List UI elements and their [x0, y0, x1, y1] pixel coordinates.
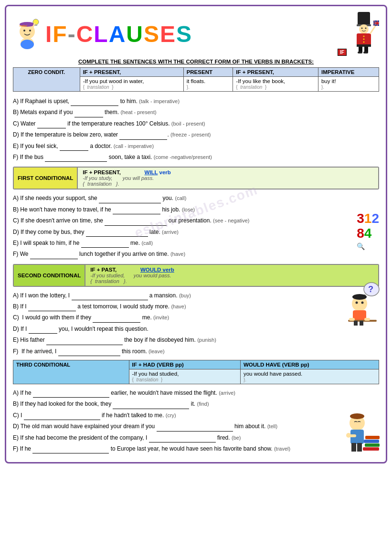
- blank[interactable]: [93, 316, 140, 323]
- exercise-line: E) I will speak to him, if he me. (call): [13, 238, 379, 248]
- exercise-line: C) I if he hadn't talked to me. (cry): [13, 411, 379, 420]
- svg-rect-10: [358, 12, 370, 25]
- numbers-decoration: 312 84 🔍: [357, 211, 379, 250]
- svg-rect-23: [363, 52, 368, 53]
- blank[interactable]: [24, 413, 100, 420]
- blank[interactable]: [71, 99, 118, 106]
- svg-point-55: [346, 433, 351, 438]
- exercise-line: A) If I won the lottery, I a mansion. (b…: [13, 291, 379, 300]
- svg-rect-50: [363, 447, 379, 451]
- svg-point-16: [363, 36, 365, 37]
- blank[interactable]: [60, 144, 88, 151]
- exercise-line: C) Water if the temperature reaches 100°…: [13, 119, 379, 128]
- third-label: THIRD CONDITIONAL: [13, 360, 129, 384]
- blank[interactable]: [58, 349, 120, 356]
- exercise-line: E) If you feel sick, a doctor. (call - i…: [13, 141, 379, 151]
- svg-rect-48: [364, 440, 379, 443]
- zero-col1-header: IF + PRESENT,: [80, 68, 183, 77]
- svg-point-5: [29, 30, 31, 32]
- blank[interactable]: [29, 327, 57, 334]
- mascot-right: IF: [338, 11, 379, 57]
- svg-rect-41: [353, 310, 366, 321]
- reading-figure: [344, 410, 382, 459]
- blank[interactable]: [28, 305, 76, 311]
- svg-rect-44: [364, 318, 370, 321]
- first-col1-header: IF + PRESENT,: [83, 169, 121, 175]
- zero-col2-example: it floats. }.: [183, 77, 233, 92]
- page: eslprintables.com: [5, 5, 387, 463]
- blank[interactable]: [113, 402, 189, 409]
- third-col1-header: IF + HAD (VERB pp): [129, 360, 240, 369]
- svg-text:?: ?: [368, 284, 373, 294]
- page-title: IF-CLAUSES: [45, 21, 192, 47]
- exercise-line: A) If he earlier, he wouldn't have misse…: [13, 388, 379, 398]
- exercise-line: C) If she doesn't arrive on time, she ou…: [13, 216, 379, 225]
- zero-col4-header: IMPERATIVE: [318, 68, 379, 77]
- exercise-line: E) His father the boy if he disobeyed hi…: [13, 335, 379, 345]
- blank[interactable]: [37, 122, 66, 128]
- svg-point-12: [359, 24, 369, 34]
- exercise-line: D) If they come by bus, they late. (arri…: [13, 227, 379, 237]
- zero-col4-example: buy it! }.: [318, 77, 379, 92]
- svg-point-14: [365, 28, 367, 29]
- second-conditional-box: SECOND CONDITIONAL IF + PAST, WOULD verb…: [13, 264, 379, 287]
- exercise-line: F) We lunch together if you arrive on ti…: [13, 249, 379, 259]
- blank[interactable]: [157, 425, 233, 432]
- blank[interactable]: [81, 241, 129, 248]
- svg-text:hello!: hello!: [20, 24, 27, 27]
- exercise-line: D) The old man would have explained your…: [13, 421, 379, 431]
- blank[interactable]: [119, 133, 167, 140]
- svg-rect-47: [365, 436, 380, 439]
- exercise-line: D) If the temperature is below zero, wat…: [13, 130, 379, 139]
- blank[interactable]: [149, 436, 216, 442]
- first-conditional-box: FIRST CONDITIONAL IF + PRESENT, WILL ver…: [13, 167, 379, 190]
- exercise-line: F) If he arrived, I this room. (leave): [13, 347, 379, 356]
- svg-point-52: [350, 413, 364, 419]
- svg-rect-22: [358, 52, 362, 53]
- title-area: hello! IF-CLAUSES: [13, 17, 192, 51]
- svg-rect-43: [349, 318, 355, 321]
- third-exercises: A) If he earlier, he wouldn't have misse…: [13, 388, 379, 453]
- blank[interactable]: [113, 208, 160, 214]
- blank[interactable]: [30, 253, 78, 259]
- second-col2-header: WOULD verb: [140, 267, 174, 273]
- exercise-line: D) If I you, I wouldn't repeat this ques…: [13, 324, 379, 334]
- blank[interactable]: [33, 391, 109, 398]
- zero-col3-example: -If you like the book, { translation }: [233, 77, 318, 92]
- exercise-line: B) Metals expand if you them. (heat - pr…: [13, 107, 379, 117]
- exercise-line: C) I would go with them if they me. (inv…: [13, 313, 379, 322]
- svg-point-38: [352, 294, 367, 300]
- blank[interactable]: [72, 294, 148, 300]
- third-conditional-table: THIRD CONDITIONAL IF + HAD (VERB pp) WOU…: [13, 360, 379, 384]
- svg-rect-49: [365, 443, 380, 447]
- svg-point-39: [356, 302, 358, 304]
- blank[interactable]: [46, 338, 123, 345]
- exercise-line: B) He won't have money to travel, if he …: [13, 205, 379, 214]
- blank[interactable]: [45, 155, 107, 162]
- zero-label: ZERO CONDIT.: [13, 68, 80, 92]
- thinking-figure: ?: [345, 281, 381, 328]
- second-conditional-content: IF + PAST, WOULD verb -If you studied, y…: [85, 265, 378, 286]
- svg-rect-46: [360, 321, 363, 326]
- blank[interactable]: [74, 111, 103, 117]
- svg-line-24: [370, 25, 376, 34]
- first-conditional-label: FIRST CONDITIONAL: [14, 168, 78, 189]
- third-col2-example: you would have passed. }.: [240, 369, 379, 384]
- blank[interactable]: [105, 219, 167, 226]
- first-conditional-content: IF + PRESENT, WILL verb -If you study, y…: [78, 168, 378, 189]
- zero-col1-example: -If you put wood in water, { translation…: [80, 77, 183, 92]
- second-conditional-label: SECOND CONDITIONAL: [14, 265, 85, 286]
- svg-rect-45: [354, 321, 358, 326]
- svg-point-13: [361, 28, 363, 29]
- svg-point-18: [363, 42, 365, 43]
- zero-col3-header: IF + PRESENT,: [233, 68, 318, 77]
- blank[interactable]: [32, 447, 109, 453]
- exercise-line: F) If he to Europe last year, he would h…: [13, 444, 379, 453]
- subtitle: COMPLETE THE SENTENCES WITH THE CORRECT …: [13, 59, 379, 64]
- blank[interactable]: [86, 230, 148, 237]
- blank[interactable]: [99, 197, 161, 203]
- zero-conditional-table: ZERO CONDIT. IF + PRESENT, PRESENT IF + …: [13, 67, 379, 92]
- third-col2-header: WOULD HAVE (VERB pp): [240, 360, 379, 369]
- exercise-line: B) If they had looked for the book, they…: [13, 399, 379, 409]
- svg-point-4: [23, 30, 25, 32]
